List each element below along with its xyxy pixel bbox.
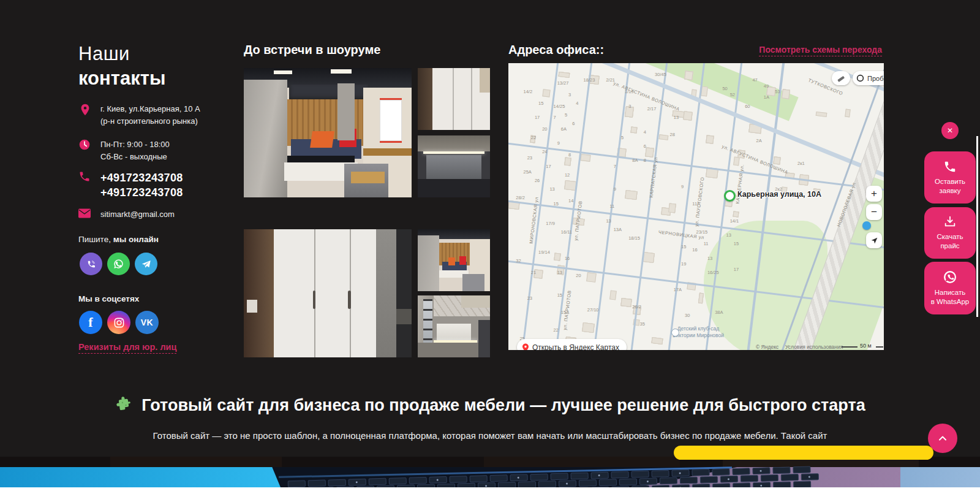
house-number-label: 6 <box>644 143 646 149</box>
house-number-label: 17А <box>674 287 682 292</box>
house-number-label: 16/25 <box>707 270 719 275</box>
traffic-button[interactable]: Пробки <box>853 71 884 85</box>
write-whatsapp-label1: Написать <box>935 289 966 296</box>
laptop-photo <box>0 457 980 487</box>
map-scale-line <box>842 346 858 348</box>
highlight-bar[interactable] <box>674 446 933 460</box>
gallery-photo-showroom-2[interactable] <box>418 229 490 291</box>
gallery-photo-counter-dark[interactable] <box>418 135 490 197</box>
leave-request-button[interactable]: Оставить заявку <box>924 151 976 204</box>
house-number-label: 20 <box>542 126 547 132</box>
photo-decor <box>459 256 466 264</box>
open-in-yandex-button[interactable]: Открыть в Яндекс Картах <box>517 339 627 350</box>
map-panorama-icon[interactable] <box>862 221 871 230</box>
house-number-label: 11А <box>692 201 700 207</box>
page-bottom-gap <box>0 487 980 491</box>
map-zoom-in-button[interactable]: + <box>866 186 882 202</box>
house-number-label: 14/2 <box>524 89 533 94</box>
email-address[interactable]: sitimarkt@gmail.com <box>100 208 175 221</box>
house-number-label: 15А <box>561 310 569 315</box>
gallery-photo-wardrobe-big[interactable] <box>244 229 412 357</box>
promo-heading: Готовый сайт для бизнеса по продаже мебе… <box>0 395 980 417</box>
facebook-icon[interactable]: f <box>79 311 102 334</box>
house-number-label: 22 <box>554 327 559 333</box>
house-number-label: 16 <box>692 247 697 253</box>
map-labels: ул. АВГУСТИНА ВОЛОШИНАТУТКОВСКОГОул. АВГ… <box>508 63 884 350</box>
street-name-label: ул. АВГУСТИНА ВОЛОШИНА <box>612 80 680 112</box>
photo-decor <box>462 274 484 291</box>
laptop-key <box>518 481 536 487</box>
house-number-label: 18/23 <box>584 77 595 83</box>
map-zoom-out-button[interactable]: − <box>866 204 882 220</box>
house-number-label: 15 <box>557 292 562 298</box>
house-number-label: 17 <box>535 115 540 120</box>
house-number-label: 23 <box>527 295 532 301</box>
house-number-label: 26/2 <box>632 304 641 310</box>
laptop-key <box>733 482 750 487</box>
house-number-label: 6А <box>561 126 567 132</box>
house-number-label: 4 <box>576 101 578 106</box>
photo-decor <box>418 68 432 130</box>
download-price-button[interactable]: Скачать прайс <box>924 207 976 259</box>
gallery-photo-showroom-1[interactable] <box>244 68 412 197</box>
laptop-key <box>660 478 677 485</box>
photo-decor <box>448 257 456 265</box>
download-price-label1: Скачать <box>937 233 963 240</box>
laptop-key <box>409 477 427 484</box>
house-number-label: 11 <box>704 241 709 246</box>
house-number-label: 13/27 <box>557 80 569 86</box>
contact-hours: Пн-Пт: 9:00 - 18:00 Сб-Вс - выходные <box>78 139 232 162</box>
telegram-icon[interactable] <box>135 253 157 275</box>
house-number-label: 15 <box>734 241 739 246</box>
laptop-key <box>692 469 709 476</box>
gallery-photo-wardrobe-closeup[interactable] <box>418 68 490 130</box>
laptop-key <box>671 470 689 477</box>
house-number-label: 19 <box>681 261 686 267</box>
gallery-photo-counter-2[interactable] <box>418 295 490 357</box>
instagram-icon[interactable] <box>107 311 130 334</box>
photo-decor <box>376 229 396 357</box>
map-marker[interactable] <box>724 190 736 202</box>
write-online-label: Пишите, мы онлайн <box>78 235 159 244</box>
laptop-key <box>490 474 508 482</box>
laptop-key <box>450 476 467 483</box>
map-locate-button[interactable] <box>866 232 882 248</box>
phone-number-2[interactable]: +491723243708 <box>100 185 183 200</box>
puzzle-icon <box>113 394 135 419</box>
map-marker-label: Карьерная улица, 10А <box>737 190 821 199</box>
map-ruler-button[interactable] <box>832 71 850 85</box>
contact-email: sitimarkt@gmail.com <box>78 208 238 222</box>
house-number-label: 9 <box>557 140 560 146</box>
address-line2: (р-н строительного рынка) <box>100 116 198 126</box>
house-number-label: 16/11 <box>561 229 572 235</box>
photo-decor <box>337 83 354 140</box>
messenger-icons-row <box>80 253 157 275</box>
route-scheme-link[interactable]: Посмотреть схемы перехода <box>759 45 882 56</box>
viber-icon[interactable] <box>80 253 102 275</box>
street-name-label: КАРПАТСКАЯ ул <box>648 157 658 198</box>
laptop-key <box>761 474 778 482</box>
contacts-title-line2: контакты <box>78 67 165 89</box>
laptop-key <box>599 479 617 486</box>
photo-decor <box>480 68 490 93</box>
laptop-key <box>551 473 568 481</box>
map-canvas[interactable]: ул. АВГУСТИНА ВОЛОШИНАТУТКОВСКОГОул. АВГ… <box>508 63 884 350</box>
laptop-key <box>712 483 730 487</box>
photo-decor <box>380 98 402 143</box>
write-whatsapp-button[interactable]: Написать в WhatsApp <box>924 262 976 314</box>
map-scale-label: 50 м <box>860 343 872 349</box>
photo-decor <box>423 151 484 154</box>
vk-icon[interactable]: VK <box>135 311 159 334</box>
house-number-label: 28/2 <box>516 195 525 200</box>
photo-decor <box>396 229 412 357</box>
laptop-key <box>288 480 306 487</box>
whatsapp-icon[interactable] <box>107 253 130 275</box>
house-number-label: 13 <box>726 232 731 238</box>
requisites-link[interactable]: Рекизиты для юр. лиц <box>78 342 176 354</box>
close-side-buttons[interactable]: ✕ <box>941 122 959 139</box>
map-terms-link[interactable]: Условия использования <box>785 344 843 350</box>
photo-decor <box>471 68 472 130</box>
laptop-key <box>752 467 770 474</box>
photo-decor <box>461 295 490 308</box>
phone-number-1[interactable]: +491723243708 <box>100 170 183 185</box>
